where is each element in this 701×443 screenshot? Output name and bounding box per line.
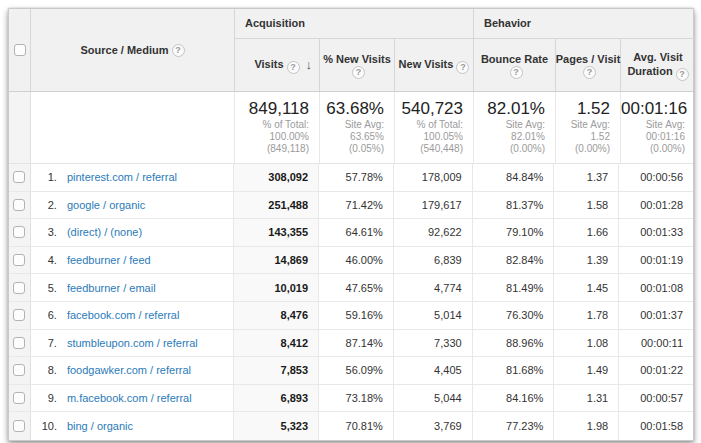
source-link[interactable]: facebook.com / referral: [67, 309, 180, 321]
help-icon[interactable]: ?: [172, 44, 185, 57]
new-visits-cell: 5,044: [394, 385, 473, 412]
summary-subtext: (0.00%): [621, 143, 685, 155]
row-checkbox[interactable]: [13, 171, 25, 183]
column-header-bounce-rate[interactable]: Bounce Rate ?: [474, 39, 556, 91]
bounce-rate-cell: 81.49%: [473, 274, 555, 301]
help-icon[interactable]: ?: [583, 66, 596, 79]
row-checkbox[interactable]: [13, 282, 25, 294]
summary-visits-value: 849,118: [235, 99, 309, 119]
row-checkbox[interactable]: [13, 199, 25, 211]
help-icon[interactable]: ?: [456, 61, 469, 74]
avg-duration-cell: 00:01:08: [619, 274, 693, 301]
row-checkbox[interactable]: [13, 337, 25, 349]
summary-subtext: Site Avg:: [621, 119, 685, 131]
pages-visit-cell: 1.98: [554, 412, 619, 440]
help-icon[interactable]: ?: [352, 66, 365, 79]
column-header-row: Visits? ↓ % New Visits ? New Visits?: [235, 39, 695, 91]
visits-cell: 251,488: [234, 192, 319, 219]
visits-cell: 6,893: [234, 385, 319, 412]
summary-row: 849,118 % of Total: 100.00% (849,118) 63…: [9, 92, 693, 164]
new-visits-cell: 7,330: [394, 330, 473, 357]
row-checkbox[interactable]: [13, 254, 25, 266]
select-all-checkbox[interactable]: [14, 44, 26, 56]
summary-checkbox-cell: [9, 92, 31, 163]
row-checkbox[interactable]: [13, 309, 25, 321]
new-visits-cell: 6,839: [394, 247, 473, 274]
summary-subtext: 100.05%: [395, 131, 463, 143]
column-header-pages-visit[interactable]: Pages / Visit ?: [556, 39, 621, 91]
new-visits-label: New Visits: [399, 58, 454, 70]
summary-subtext: Site Avg:: [556, 119, 610, 131]
summary-bounce-value: 82.01%: [474, 99, 545, 119]
column-header-pct-new-visits[interactable]: % New Visits ?: [320, 39, 395, 91]
visits-label: Visits: [254, 58, 283, 70]
summary-subtext: 82.01%: [474, 131, 545, 143]
pages-visit-cell: 1.31: [554, 385, 619, 412]
new-visits-cell: 179,617: [394, 192, 473, 219]
source-cell: 6.facebook.com / referral: [31, 302, 234, 329]
summary-pct-new-value: 63.68%: [320, 99, 384, 119]
column-header-new-visits[interactable]: New Visits?: [395, 39, 474, 91]
visits-cell: 8,412: [234, 330, 319, 357]
summary-duration-value: 00:01:16: [621, 99, 685, 119]
avg-duration-cell: 00:01:28: [619, 192, 693, 219]
pct-new-visits-cell: 56.09%: [319, 357, 394, 384]
row-checkbox-cell: [9, 385, 31, 412]
help-icon[interactable]: ?: [510, 66, 523, 79]
row-index: 10.: [31, 420, 57, 432]
bounce-rate-cell: 81.37%: [473, 192, 555, 219]
source-link[interactable]: foodgawker.com / referral: [67, 364, 191, 376]
summary-visits: 849,118 % of Total: 100.00% (849,118): [235, 92, 320, 163]
source-link[interactable]: feedburner / feed: [67, 254, 151, 266]
column-header-visits[interactable]: Visits? ↓: [235, 39, 320, 91]
table-row: 10.bing / organic 5,323 70.81% 3,769 77.…: [9, 412, 693, 440]
pages-visit-cell: 1.45: [554, 274, 619, 301]
source-link[interactable]: stumbleupon.com / referral: [67, 337, 198, 349]
row-checkbox-cell: [9, 330, 31, 357]
table-row: 8.foodgawker.com / referral 7,853 56.09%…: [9, 357, 693, 385]
row-checkbox-cell: [9, 357, 31, 384]
source-link[interactable]: (direct) / (none): [67, 226, 142, 238]
summary-pages-visit: 1.52 Site Avg: 1.52 (0.00%): [556, 92, 621, 163]
source-link[interactable]: m.facebook.com / referral: [67, 392, 192, 404]
help-icon[interactable]: ?: [676, 68, 689, 81]
summary-pages-value: 1.52: [556, 99, 610, 119]
summary-avg-duration: 00:01:16 Site Avg: 00:01:16 (0.00%): [621, 92, 695, 163]
sort-descending-icon[interactable]: ↓: [306, 58, 313, 72]
summary-subtext: % of Total:: [395, 119, 463, 131]
table-row: 7.stumbleupon.com / referral 8,412 87.14…: [9, 330, 693, 358]
bounce-rate-cell: 76.30%: [473, 302, 555, 329]
avg-duration-cell: 00:01:19: [619, 247, 693, 274]
row-checkbox[interactable]: [13, 392, 25, 404]
row-checkbox[interactable]: [13, 364, 25, 376]
avg-duration-cell: 00:01:22: [619, 357, 693, 384]
table-row: 3.(direct) / (none) 143,355 64.61% 92,62…: [9, 219, 693, 247]
column-header-source-medium[interactable]: Source / Medium ?: [31, 9, 235, 91]
source-link[interactable]: bing / organic: [67, 420, 133, 432]
analytics-report-canvas: Source / Medium ? Acquisition Behavior V…: [0, 0, 701, 443]
summary-subtext: 100.00%: [235, 131, 309, 143]
summary-subtext: (0.00%): [474, 143, 545, 155]
source-link[interactable]: feedburner / email: [67, 282, 156, 294]
source-link[interactable]: google / organic: [67, 199, 145, 211]
pages-visit-cell: 1.66: [554, 219, 619, 246]
row-checkbox[interactable]: [13, 226, 25, 238]
row-index: 8.: [31, 364, 57, 376]
table-row: 4.feedburner / feed 14,869 46.00% 6,839 …: [9, 247, 693, 275]
summary-subtext: Site Avg:: [320, 119, 384, 131]
bounce-rate-label: Bounce Rate: [481, 52, 548, 66]
bounce-rate-cell: 84.84%: [473, 164, 555, 191]
visits-cell: 7,853: [234, 357, 319, 384]
table-row: 2.google / organic 251,488 71.42% 179,61…: [9, 192, 693, 220]
source-link[interactable]: pinterest.com / referral: [67, 171, 177, 183]
visits-cell: 308,092: [234, 164, 319, 191]
summary-bounce-rate: 82.01% Site Avg: 82.01% (0.00%): [474, 92, 556, 163]
summary-subtext: (849,118): [235, 143, 309, 155]
row-checkbox[interactable]: [13, 420, 25, 432]
avg-duration-cell: 00:00:56: [619, 164, 693, 191]
pct-new-visits-label: % New Visits: [323, 52, 391, 66]
source-cell: 4.feedburner / feed: [31, 247, 234, 274]
help-icon[interactable]: ?: [287, 61, 300, 74]
bounce-rate-cell: 81.68%: [473, 357, 555, 384]
column-header-avg-duration[interactable]: Avg. Visit Duration?: [621, 39, 695, 91]
